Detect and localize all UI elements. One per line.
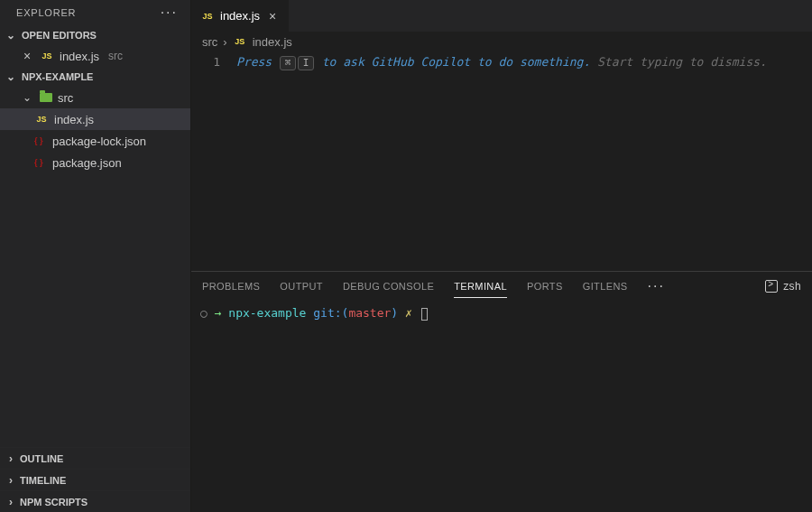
shell-indicator[interactable]: zsh xyxy=(765,280,801,293)
close-icon[interactable]: × xyxy=(20,49,34,63)
chevron-right-icon: › xyxy=(4,474,18,487)
npm-scripts-section[interactable]: › NPM SCRIPTS xyxy=(0,490,190,512)
explorer-more-icon[interactable]: ··· xyxy=(161,10,178,15)
breadcrumb[interactable]: src › JS index.js xyxy=(191,32,812,51)
folder-src[interactable]: ⌄ src xyxy=(0,87,190,108)
file-package-json[interactable]: { } package.json xyxy=(0,152,190,173)
terminal-cursor xyxy=(421,308,428,321)
chevron-down-icon: ⌄ xyxy=(4,29,18,42)
sidebar-bottom: › OUTLINE › TIMELINE › NPM SCRIPTS xyxy=(0,447,190,512)
bottom-panel: PROBLEMS OUTPUT DEBUG CONSOLE TERMINAL P… xyxy=(191,271,812,512)
tab-debug-console[interactable]: DEBUG CONSOLE xyxy=(343,275,434,297)
terminal[interactable]: ○ → npx-example git:(master) ✗ xyxy=(191,301,812,512)
file-label: package-lock.json xyxy=(52,135,146,148)
editor-area: JS index.js × src › JS index.js 1 Press … xyxy=(191,0,812,512)
tab-index-js[interactable]: JS index.js × xyxy=(191,0,290,32)
project-section[interactable]: ⌄ NPX-EXAMPLE xyxy=(0,67,190,87)
outline-label: OUTLINE xyxy=(20,453,63,464)
open-editors-section[interactable]: ⌄ OPEN EDITORS xyxy=(0,25,190,45)
code-editor[interactable]: 1 Press ⌘I to ask GitHub Copilot to do s… xyxy=(191,51,812,271)
folder-icon xyxy=(40,93,52,102)
tab-output[interactable]: OUTPUT xyxy=(280,275,323,297)
json-file-icon: { } xyxy=(34,136,47,145)
terminal-icon xyxy=(765,280,778,293)
line-number: 1 xyxy=(213,55,220,69)
chevron-right-icon: › xyxy=(4,452,18,465)
ghost-text: Press ⌘I to ask GitHub Copilot to do som… xyxy=(236,51,812,271)
chevron-down-icon: ⌄ xyxy=(20,91,34,104)
js-file-icon: JS xyxy=(200,10,215,23)
kbd-i-icon: I xyxy=(298,56,314,70)
chevron-down-icon: ⌄ xyxy=(4,70,18,83)
tab-terminal[interactable]: TERMINAL xyxy=(454,275,507,298)
tab-ports[interactable]: PORTS xyxy=(527,275,563,297)
tab-gitlens[interactable]: GITLENS xyxy=(583,275,628,297)
explorer-header: EXPLORER ··· xyxy=(0,0,190,25)
open-editor-filename: index.js xyxy=(60,50,99,63)
breadcrumb-part[interactable]: src xyxy=(202,35,217,49)
line-gutter: 1 xyxy=(191,51,236,271)
json-file-icon: { } xyxy=(34,158,47,167)
js-file-icon: JS xyxy=(40,50,54,62)
tab-problems[interactable]: PROBLEMS xyxy=(202,275,260,297)
npm-scripts-label: NPM SCRIPTS xyxy=(20,497,88,507)
file-package-lock[interactable]: { } package-lock.json xyxy=(0,130,190,152)
open-editors-label: OPEN EDITORS xyxy=(22,30,97,41)
panel-more-icon[interactable]: ··· xyxy=(648,284,665,289)
prompt-git: git:( xyxy=(313,306,348,320)
ghost-ask: to ask GitHub Copilot to do something. xyxy=(322,55,590,69)
ghost-press: Press xyxy=(236,55,272,69)
kbd-cmd-icon: ⌘ xyxy=(280,56,296,70)
open-editor-dir: src xyxy=(108,50,123,62)
prompt-dirty-icon: ✗ xyxy=(405,306,412,320)
project-label: NPX-EXAMPLE xyxy=(22,71,93,82)
panel-tabs: PROBLEMS OUTPUT DEBUG CONSOLE TERMINAL P… xyxy=(191,272,812,301)
js-file-icon: JS xyxy=(34,113,49,126)
prompt-branch: master xyxy=(348,306,391,320)
chevron-right-icon: › xyxy=(223,35,226,49)
explorer-sidebar: EXPLORER ··· ⌄ OPEN EDITORS × JS index.j… xyxy=(0,0,191,512)
prompt-arrow-icon: → xyxy=(215,306,222,320)
file-index-js[interactable]: JS index.js xyxy=(0,108,190,130)
open-editor-item[interactable]: × JS index.js src xyxy=(0,45,190,67)
close-tab-icon[interactable]: × xyxy=(265,9,280,23)
js-file-icon: JS xyxy=(233,35,247,48)
tab-label: index.js xyxy=(220,9,260,23)
timeline-section[interactable]: › TIMELINE xyxy=(0,469,190,490)
prompt-git-close: ) xyxy=(391,306,398,320)
explorer-title: EXPLORER xyxy=(16,7,76,18)
timeline-label: TIMELINE xyxy=(20,475,66,486)
shell-name: zsh xyxy=(783,280,801,293)
file-label: package.json xyxy=(52,156,122,170)
tab-bar: JS index.js × xyxy=(191,0,812,32)
file-label: index.js xyxy=(54,113,94,126)
ghost-dismiss: Start typing to dismiss. xyxy=(597,55,767,69)
prompt-dir: npx-example xyxy=(228,306,306,320)
folder-label: src xyxy=(58,91,73,105)
prompt-circle-icon: ○ xyxy=(200,306,208,320)
breadcrumb-part[interactable]: index.js xyxy=(253,35,292,49)
chevron-right-icon: › xyxy=(4,496,18,508)
outline-section[interactable]: › OUTLINE xyxy=(0,447,190,469)
